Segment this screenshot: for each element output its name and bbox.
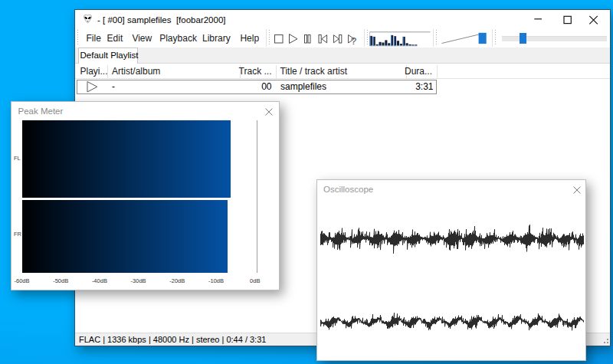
- svg-text:?: ?: [351, 35, 357, 47]
